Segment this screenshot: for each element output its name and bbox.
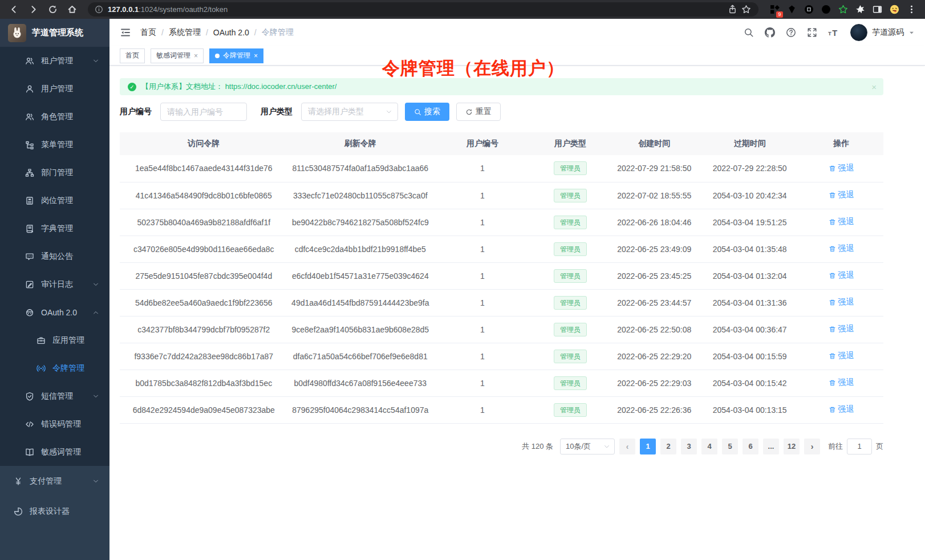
user-type-cell: 管理员 bbox=[532, 370, 608, 396]
fullscreen-icon[interactable] bbox=[806, 26, 818, 39]
force-logout-button[interactable]: 强退 bbox=[829, 378, 854, 388]
force-logout-button[interactable]: 强退 bbox=[829, 270, 854, 281]
force-logout-button[interactable]: 强退 bbox=[829, 244, 854, 254]
sidebar-item[interactable]: OAuth 2.0 bbox=[0, 298, 109, 326]
action-cell: 强退 bbox=[800, 396, 883, 423]
breadcrumb-separator: / bbox=[206, 28, 208, 37]
sidebar-item[interactable]: 应用管理 bbox=[0, 326, 109, 354]
created-time-cell: 2022-06-25 23:45:25 bbox=[608, 262, 700, 289]
oauth-icon bbox=[25, 308, 34, 317]
sidebar-item[interactable]: 错误码管理 bbox=[0, 410, 109, 438]
profile-avatar-emoji[interactable] bbox=[889, 4, 900, 15]
prev-page-button[interactable]: ‹ bbox=[619, 439, 635, 455]
user-type-cell: 管理员 bbox=[532, 209, 608, 236]
menu-tree-icon bbox=[25, 140, 34, 149]
sidebar-item[interactable]: 审计日志 bbox=[0, 270, 109, 298]
extension-grid-icon[interactable]: 9 bbox=[769, 4, 780, 15]
close-tab-icon[interactable]: × bbox=[194, 52, 198, 59]
app-logo-row[interactable]: 芋道管理系统 bbox=[0, 19, 109, 47]
user-type-cell: 管理员 bbox=[532, 289, 608, 316]
force-logout-button[interactable]: 强退 bbox=[829, 190, 854, 200]
sidebar-item-label: 菜单管理 bbox=[41, 140, 73, 150]
user-id-input[interactable] bbox=[160, 103, 247, 121]
sidebar-item-label: 用户管理 bbox=[41, 84, 73, 94]
access-token-cell: 54d6be82ee5a460a9aedc1f9bf223656 bbox=[120, 289, 288, 316]
user-id-cell: 1 bbox=[433, 289, 532, 316]
reset-button[interactable]: 重置 bbox=[456, 103, 501, 121]
force-logout-button[interactable]: 强退 bbox=[829, 217, 854, 227]
extension-gem-icon[interactable] bbox=[786, 4, 797, 15]
sidebar-item[interactable]: 用户管理 bbox=[0, 75, 109, 103]
close-tab-icon[interactable]: × bbox=[254, 52, 258, 59]
page-size-select[interactable]: 10条/页 bbox=[560, 439, 615, 455]
address-bar[interactable]: 127.0.0.1:1024/system/oauth2/token bbox=[88, 2, 758, 17]
browser-forward-icon[interactable] bbox=[25, 2, 41, 18]
extension-star-icon[interactable] bbox=[837, 4, 849, 15]
search-icon[interactable] bbox=[743, 26, 755, 39]
sidebar-item[interactable]: 角色管理 bbox=[0, 103, 109, 131]
user-id-cell: 1 bbox=[433, 236, 532, 262]
force-logout-button[interactable]: 强退 bbox=[829, 351, 854, 361]
force-logout-button[interactable]: 强退 bbox=[829, 324, 854, 334]
sidebar-item[interactable]: 支付管理 bbox=[0, 466, 109, 496]
breadcrumb-item[interactable]: 系统管理 bbox=[169, 27, 201, 38]
sidebar-item[interactable]: 报表设计器 bbox=[0, 496, 109, 526]
sidebar-item[interactable]: 租户管理 bbox=[0, 47, 109, 75]
force-logout-button[interactable]: 强退 bbox=[829, 297, 854, 307]
goto-page-input[interactable] bbox=[847, 439, 872, 455]
force-logout-button[interactable]: 强退 bbox=[829, 163, 854, 173]
page-number-button[interactable]: 2 bbox=[660, 439, 676, 455]
page-number-button[interactable]: 5 bbox=[722, 439, 738, 455]
table-row: 275e5de9151045fe87cbdc395e004f4de6cfd40e… bbox=[120, 262, 883, 289]
action-cell: 强退 bbox=[800, 236, 883, 262]
sidebar-item[interactable]: 岗位管理 bbox=[0, 186, 109, 214]
table-row: f9336e7c7dd242a283ee98dc86b17a87dfa6c71a… bbox=[120, 343, 883, 370]
access-token-cell: f9336e7c7dd242a283ee98dc86b17a87 bbox=[120, 343, 288, 370]
browser-menu-kebab-icon[interactable] bbox=[906, 4, 917, 15]
browser-home-icon[interactable] bbox=[64, 2, 80, 18]
sidebar-item[interactable]: 菜单管理 bbox=[0, 131, 109, 159]
sidebar-item[interactable]: 敏感词管理 bbox=[0, 438, 109, 466]
alert-doc-link[interactable]: https://doc.iocoder.cn/user-center/ bbox=[225, 82, 337, 91]
bookmark-star-icon[interactable] bbox=[740, 4, 752, 15]
collapse-sidebar-icon[interactable] bbox=[120, 27, 131, 38]
alert-close-icon[interactable]: × bbox=[871, 82, 877, 92]
page-number-button[interactable]: 3 bbox=[681, 439, 697, 455]
user-type-cell: 管理员 bbox=[532, 316, 608, 343]
browser-reload-icon[interactable] bbox=[44, 2, 60, 18]
extension-pinwheel-icon[interactable] bbox=[854, 4, 866, 15]
side-panel-icon[interactable] bbox=[871, 4, 883, 15]
more-pages-button[interactable]: ... bbox=[763, 439, 779, 455]
next-page-button[interactable]: › bbox=[804, 439, 820, 455]
breadcrumb-item[interactable]: 首页 bbox=[140, 27, 156, 38]
sidebar-item[interactable]: 令牌管理 bbox=[0, 354, 109, 382]
sidebar-item[interactable]: 字典管理 bbox=[0, 214, 109, 242]
sidebar-item[interactable]: 短信管理 bbox=[0, 382, 109, 410]
extension-command-icon[interactable] bbox=[803, 4, 814, 15]
sidebar-item[interactable]: 通知公告 bbox=[0, 242, 109, 270]
force-logout-button[interactable]: 强退 bbox=[829, 404, 854, 415]
user-avatar bbox=[850, 24, 867, 41]
extension-record-icon[interactable] bbox=[820, 4, 831, 15]
sidebar-item[interactable]: 部门管理 bbox=[0, 159, 109, 186]
tag-view-tab[interactable]: 敏感词管理× bbox=[151, 48, 204, 63]
page-number-button[interactable]: 4 bbox=[701, 439, 717, 455]
page-number-button[interactable]: 6 bbox=[743, 439, 758, 455]
help-icon[interactable] bbox=[785, 26, 797, 39]
tag-view-tab[interactable]: 首页 bbox=[120, 48, 145, 63]
github-icon[interactable] bbox=[764, 26, 776, 39]
tag-view-tab[interactable]: 令牌管理× bbox=[209, 48, 263, 63]
browser-back-icon[interactable] bbox=[6, 2, 22, 18]
page-number-button[interactable]: 1 bbox=[640, 439, 656, 455]
user-type-tag: 管理员 bbox=[554, 269, 587, 283]
user-type-select[interactable]: 请选择用户类型 bbox=[301, 103, 398, 121]
page-number-button[interactable]: 12 bbox=[784, 439, 800, 455]
font-size-icon[interactable]: TT bbox=[827, 26, 839, 39]
share-icon[interactable] bbox=[727, 4, 738, 15]
refresh-token-cell: 811c530487574fa0af1a59d3abc1aa66 bbox=[288, 155, 433, 182]
user-menu[interactable]: 芋道源码 bbox=[850, 24, 915, 41]
breadcrumb-item[interactable]: OAuth 2.0 bbox=[213, 28, 249, 37]
user-type-tag: 管理员 bbox=[554, 242, 587, 256]
goto-label: 前往 bbox=[828, 441, 843, 452]
search-button[interactable]: 搜索 bbox=[405, 103, 449, 121]
